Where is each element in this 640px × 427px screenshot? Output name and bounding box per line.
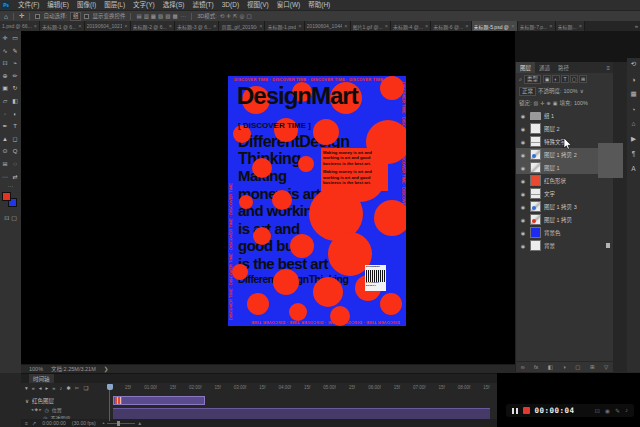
- close-icon[interactable]: ×: [579, 23, 582, 29]
- eye-icon[interactable]: ◉: [519, 178, 527, 184]
- color-panel-icon[interactable]: ◑: [632, 76, 636, 83]
- link-layers-icon[interactable]: ∞: [521, 364, 525, 370]
- canvas-area[interactable]: DISCOVER TIME · DISCOVER TIME · DISCOVER…: [21, 31, 515, 364]
- lock-icon[interactable]: ▣: [553, 100, 558, 106]
- filter-icon[interactable]: ▣: [543, 75, 551, 83]
- panel-menu-icon[interactable]: ≡: [606, 62, 613, 73]
- menu-item[interactable]: 滤镜(T): [188, 0, 217, 10]
- layer-group-icon[interactable]: ▢: [575, 364, 580, 370]
- character-panel-icon[interactable]: A: [631, 165, 635, 172]
- document-tab[interactable]: 图片1.gif @...×: [351, 21, 391, 31]
- brush-tool[interactable]: ✏: [10, 70, 20, 83]
- layer-row[interactable]: ◉图层 1 拷贝 3: [516, 200, 613, 213]
- quick-mask-icon[interactable]: ⊡: [4, 214, 9, 221]
- more-options-icon[interactable]: ···: [181, 13, 187, 19]
- stop-record-button[interactable]: [523, 407, 530, 414]
- dodge-tool[interactable]: ◐: [10, 108, 20, 121]
- crop-tool[interactable]: ⊡: [0, 57, 10, 70]
- close-icon[interactable]: ×: [549, 23, 552, 29]
- panel-tab[interactable]: 通道: [535, 62, 554, 73]
- pen-tool[interactable]: ✒: [0, 120, 10, 133]
- panel-tab[interactable]: 图层: [516, 62, 535, 73]
- extra-tool-4[interactable]: ⇄: [10, 171, 20, 184]
- zoom-tool[interactable]: Q: [10, 145, 20, 158]
- menu-item[interactable]: 视图(V): [243, 0, 273, 10]
- property-row-position[interactable]: ◂ ◆ ▸ ◷ 位置: [31, 406, 62, 413]
- gradient-tool[interactable]: ◧: [10, 95, 20, 108]
- swatches-panel-icon[interactable]: ▦: [630, 90, 636, 98]
- menu-item[interactable]: 图层(L): [100, 0, 129, 10]
- delete-layer-icon[interactable]: ▽: [604, 364, 608, 370]
- menu-item[interactable]: 编辑(E): [43, 0, 73, 10]
- close-icon[interactable]: ×: [425, 23, 428, 29]
- align-icon[interactable]: ▥: [144, 13, 149, 19]
- filter-kind-dropdown[interactable]: 类型: [524, 75, 541, 84]
- eraser-tool[interactable]: ▱: [0, 95, 10, 108]
- document-tab[interactable]: 未标题...×: [556, 21, 585, 31]
- menu-item[interactable]: 文件(F): [14, 0, 43, 10]
- lock-icon[interactable]: ▨: [534, 100, 539, 106]
- document-tab[interactable]: 未标题-6 @...×: [431, 21, 471, 31]
- eyedropper-tool[interactable]: ⌁: [10, 57, 20, 70]
- panel-tab[interactable]: 路径: [554, 62, 573, 73]
- eye-icon[interactable]: ◉: [519, 191, 527, 197]
- close-icon[interactable]: ×: [78, 23, 81, 29]
- keyframe-nav-icons[interactable]: ◂ ◆ ▸: [31, 407, 41, 412]
- menu-item[interactable]: 3D(D): [218, 0, 243, 10]
- marquee-tool[interactable]: ▭: [10, 32, 20, 45]
- status-chevron-icon[interactable]: ❯: [104, 366, 109, 372]
- align-icon[interactable]: ▩: [172, 13, 177, 19]
- clone-stamp-tool[interactable]: ▣: [0, 82, 10, 95]
- extra-tool-1[interactable]: ⊞: [0, 158, 10, 171]
- layer-mask-icon[interactable]: ◧: [548, 364, 553, 370]
- timeline-zoom-slider[interactable]: ▲ ▲: [102, 420, 142, 426]
- pause-icon[interactable]: [512, 408, 518, 414]
- camera-icon[interactable]: ◉: [605, 407, 610, 414]
- close-icon[interactable]: ×: [511, 23, 514, 29]
- zoom-out-icon[interactable]: ▲: [102, 421, 105, 425]
- document-tab[interactable]: 未标题-3 @ 6...×: [175, 21, 219, 31]
- mode3d-icon[interactable]: ⟲: [220, 13, 225, 19]
- zoom-in-icon[interactable]: ▲: [137, 420, 142, 426]
- filter-icon[interactable]: ◐: [552, 75, 560, 83]
- move-tool-icon[interactable]: ✛: [19, 12, 24, 20]
- eye-icon[interactable]: ◉: [519, 126, 527, 132]
- document-tab[interactable]: 未标题-1.psd×: [265, 21, 304, 31]
- close-icon[interactable]: ×: [259, 23, 262, 29]
- document-tab[interactable]: 未标题-5.psd @ 100%(RGB/8) *×: [472, 21, 518, 31]
- region-icon[interactable]: ⊡: [595, 407, 600, 414]
- eye-icon[interactable]: ◉: [519, 230, 527, 236]
- history-brush-tool[interactable]: ↻: [10, 82, 20, 95]
- close-icon[interactable]: ×: [34, 23, 37, 29]
- menu-item[interactable]: 文字(Y): [129, 0, 159, 10]
- close-icon[interactable]: ×: [465, 23, 468, 29]
- type-tool[interactable]: T: [10, 120, 20, 133]
- close-icon[interactable]: ×: [169, 23, 172, 29]
- pen-annotate-icon[interactable]: ✎: [615, 407, 620, 414]
- fill-value[interactable]: 100%: [574, 100, 588, 106]
- foreground-color-swatch[interactable]: [2, 192, 11, 201]
- adjustment-layer-icon[interactable]: ◑: [562, 364, 565, 370]
- mode3d-icon[interactable]: ◎: [240, 13, 245, 19]
- track-caret-icon[interactable]: ∨: [25, 398, 29, 404]
- video-track-header[interactable]: ∨ 红色图层: [25, 397, 54, 405]
- zoom-slider-handle[interactable]: [117, 421, 120, 426]
- adjustments-panel-icon[interactable]: ◔: [632, 106, 636, 113]
- screen-mode-icon[interactable]: ▢: [11, 214, 17, 221]
- edit-toolbar-icon[interactable]: ···: [0, 183, 21, 189]
- export-icon[interactable]: ↗: [32, 420, 36, 426]
- video-clip[interactable]: [113, 396, 205, 405]
- document-tab[interactable]: 未标题-7.p...×: [518, 21, 556, 31]
- mode3d-icon[interactable]: ⇱: [233, 13, 238, 19]
- layer-row[interactable]: ◉图层 1 拷贝: [516, 213, 613, 226]
- libraries-panel-icon[interactable]: ⌂: [632, 120, 636, 127]
- document-tab[interactable]: 未标题-1 @ 6...×: [40, 21, 84, 31]
- blur-tool[interactable]: ◦: [0, 108, 10, 121]
- stopwatch-icon[interactable]: ◷: [44, 407, 48, 413]
- flatten-icon[interactable]: ≡: [25, 420, 28, 426]
- mic-icon[interactable]: ♪: [625, 407, 628, 414]
- mode3d-icon[interactable]: ▢: [246, 13, 251, 19]
- paragraph-panel-icon[interactable]: ¶: [632, 150, 636, 157]
- layer-row[interactable]: ◉背景色: [516, 226, 613, 239]
- auto-select-checkbox[interactable]: [35, 14, 40, 19]
